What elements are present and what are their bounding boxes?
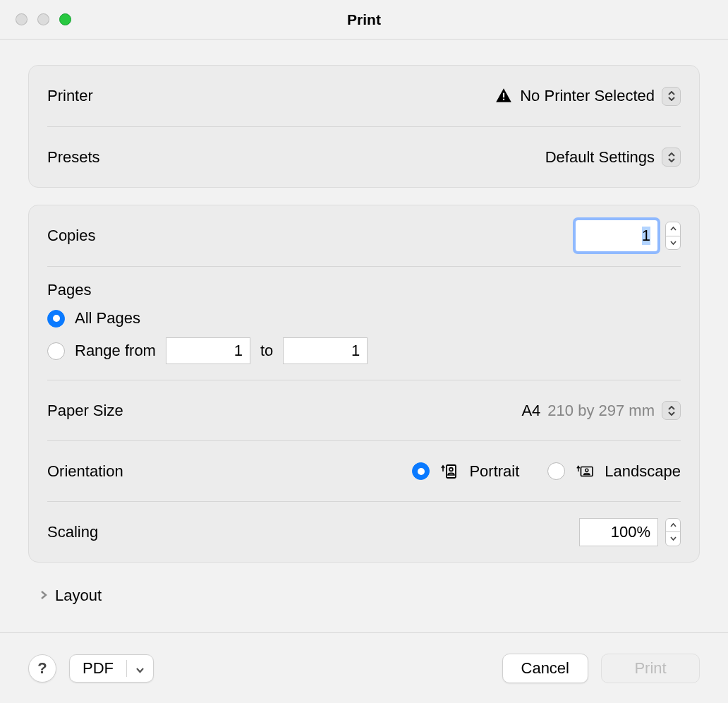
pages-to-label: to [260,342,273,360]
paper-size-label: Paper Size [47,402,123,420]
orientation-label: Orientation [47,462,123,481]
titlebar: Print [0,0,728,40]
printer-row: Printer No Printer Selected [47,66,681,126]
warning-icon [495,87,513,105]
copies-input[interactable] [575,220,658,252]
layout-disclosure[interactable]: Layout [28,579,700,612]
pdf-menu-button[interactable]: PDF [69,654,154,683]
pdf-label: PDF [70,659,126,678]
copies-step-down[interactable] [666,236,680,250]
pages-row: Pages All Pages Range from to [47,266,681,380]
copies-stepper[interactable] [665,222,681,250]
pages-all-radio[interactable] [47,310,65,328]
pages-range-label: Range from [75,342,156,360]
orientation-landscape-label: Landscape [605,462,681,481]
svg-point-5 [586,469,588,471]
layout-label: Layout [55,587,102,605]
dialog-content: Printer No Printer Selected Presets Defa… [0,40,728,632]
presets-row: Presets Default Settings [47,126,681,187]
pages-all-option[interactable]: All Pages [47,309,681,328]
pages-range-to-input[interactable] [283,337,368,364]
scaling-label: Scaling [47,523,98,541]
paper-size-value[interactable]: A4 [521,402,540,420]
dialog-footer: ? PDF Cancel Print [0,632,728,703]
printer-popup-button[interactable] [662,87,681,106]
orientation-landscape-radio[interactable] [547,462,565,480]
scaling-step-down[interactable] [666,531,680,546]
pages-all-label: All Pages [75,309,140,328]
scaling-row: Scaling [47,501,681,562]
zoom-window-button[interactable] [59,13,71,25]
presets-value[interactable]: Default Settings [545,148,655,167]
close-window-button[interactable] [16,13,28,25]
printer-presets-panel: Printer No Printer Selected Presets Defa… [28,65,700,188]
svg-point-3 [450,467,454,471]
window-title: Print [347,11,381,28]
printer-value[interactable]: No Printer Selected [520,87,655,105]
minimize-window-button[interactable] [37,13,49,25]
pages-label: Pages [47,281,681,299]
pages-range-radio[interactable] [47,342,65,360]
cancel-label: Cancel [521,659,569,678]
orientation-row: Orientation Portrait [47,440,681,501]
pages-range-from-input[interactable] [166,337,250,364]
help-button[interactable]: ? [28,654,56,683]
chevron-down-icon [127,659,153,678]
pages-range-option[interactable]: Range from to [47,337,681,364]
presets-label: Presets [47,148,100,167]
scaling-stepper[interactable] [665,518,681,546]
chevron-right-icon [40,589,48,603]
scaling-step-up[interactable] [666,519,680,532]
portrait-icon [441,463,458,480]
paper-size-dimensions: 210 by 297 mm [547,402,655,420]
landscape-icon [576,463,593,480]
orientation-portrait-label: Portrait [469,462,519,481]
copies-label: Copies [47,227,95,245]
settings-panel: Copies Pages All Pages Range from [28,205,700,563]
presets-popup-button[interactable] [662,148,681,167]
paper-size-popup-button[interactable] [662,401,681,420]
window-controls [16,13,71,25]
scaling-input[interactable] [579,518,658,546]
printer-label: Printer [47,87,93,105]
print-label: Print [634,659,666,678]
svg-rect-1 [503,99,504,100]
help-icon: ? [37,659,47,678]
orientation-portrait-radio[interactable] [412,462,430,480]
cancel-button[interactable]: Cancel [502,654,588,683]
copies-step-up[interactable] [666,222,680,236]
print-button[interactable]: Print [601,654,700,683]
svg-rect-0 [503,93,504,98]
paper-size-row: Paper Size A4 210 by 297 mm [47,380,681,440]
copies-row: Copies [47,205,681,266]
